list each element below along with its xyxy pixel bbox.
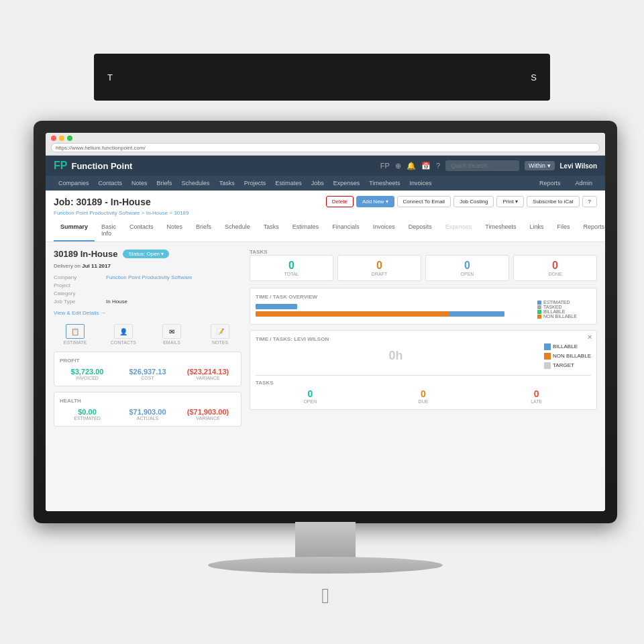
fp-icon[interactable]: FP (380, 162, 390, 170)
legend-billable-label: BILLABLE (543, 309, 565, 314)
tab-basic-info[interactable]: Basic Info (95, 220, 123, 241)
status-badge[interactable]: Status: Open ▾ (123, 250, 169, 258)
apple-logo:  (314, 584, 337, 610)
job-tabs: Summary Basic Info Contacts Notes Briefs… (54, 220, 597, 241)
tab-links[interactable]: Links (523, 220, 550, 241)
help-button[interactable]: ? (582, 196, 597, 207)
view-edit-link[interactable]: View & Edit Details → (54, 310, 241, 316)
tab-notes[interactable]: Notes (160, 220, 190, 241)
levi-legend-billable: BILLABLE (544, 343, 591, 350)
profit-title: PROFIT (60, 358, 235, 364)
nav-estimates[interactable]: Estimates (270, 176, 307, 191)
profit-variance: ($23,214.13) VARIANCE (180, 368, 235, 380)
nav-tasks[interactable]: Tasks (215, 176, 239, 191)
legend-billable-dot (537, 310, 541, 314)
connect-email-button[interactable]: Connect To Email (397, 196, 451, 207)
health-estimated-label: ESTIMATED (60, 416, 115, 421)
fp-logo-icon: FP (54, 160, 67, 172)
tab-estimates[interactable]: Estimates (286, 220, 326, 241)
tasks-title: TASKS (250, 249, 597, 255)
job-type-value: In House (106, 299, 241, 305)
nav-briefs[interactable]: Briefs (152, 176, 177, 191)
print-button[interactable]: Print ▾ (496, 196, 524, 207)
health-variance: ($71,903.00) VARIANCE (180, 408, 235, 421)
health-variance-value: ($71,903.00) (180, 408, 235, 416)
tab-briefs[interactable]: Briefs (189, 220, 218, 241)
tab-schedule[interactable]: Schedule (218, 220, 257, 241)
legend-tasked-dot (537, 305, 541, 309)
breadcrumb: Function Point Productivity Software > I… (54, 210, 597, 216)
nav-timesheets[interactable]: Timesheets (364, 176, 405, 191)
search-input[interactable] (445, 160, 519, 171)
tab-files[interactable]: Files (550, 220, 576, 241)
nav-reports[interactable]: Reports (535, 176, 566, 191)
job-costing-button[interactable]: Job Costing (453, 196, 494, 207)
project-value (106, 282, 241, 288)
minimize-dot[interactable] (59, 136, 64, 141)
company-label: Company (54, 274, 101, 280)
levi-task-open: 0 OPEN (256, 388, 365, 404)
nav-projects[interactable]: Projects (239, 176, 271, 191)
tab-financials[interactable]: Financials (325, 220, 366, 241)
url-bar[interactable]: https://www.helium.functionpoint.com/ (51, 143, 600, 152)
emails-icon[interactable]: ✉ (162, 324, 181, 339)
left-panel: 30189 In-House Status: Open ▾ Delivery o… (54, 249, 241, 511)
health-estimated-value: $0.00 (60, 408, 115, 416)
levi-task-open-count: 0 (256, 388, 365, 399)
health-actuals: $71,903.00 ACTUALS (120, 408, 175, 421)
company-value[interactable]: Function Point Productivity Software (106, 274, 241, 280)
bar-blue (449, 311, 504, 317)
breadcrumb-company[interactable]: Function Point Productivity Software (54, 210, 140, 216)
health-section: HEALTH $0.00 ESTIMATED $71,903.00 ACTUAL… (54, 392, 241, 427)
nav-admin[interactable]: Admin (570, 176, 597, 191)
tab-deposits[interactable]: Deposits (402, 220, 439, 241)
nav-contacts[interactable]: Contacts (94, 176, 127, 191)
tab-timesheets[interactable]: Timesheets (478, 220, 523, 241)
levi-task-open-label: OPEN (256, 399, 365, 404)
breadcrumb-job-id[interactable]: 30189 (174, 210, 189, 216)
tab-tasks[interactable]: Tasks (257, 220, 286, 241)
levi-hours: 0h (256, 349, 536, 363)
nav-invoices[interactable]: Invoices (405, 176, 436, 191)
legend-estimated-label: ESTIMATED (543, 300, 570, 305)
close-dot[interactable] (51, 136, 56, 141)
add-icon[interactable]: ⊕ (395, 162, 401, 170)
breadcrumb-in-house[interactable]: In-House (146, 210, 168, 216)
window-controls (51, 136, 600, 141)
add-new-button[interactable]: Add New ▾ (356, 196, 394, 207)
tab-invoices[interactable]: Invoices (366, 220, 402, 241)
legend-estimated-dot (537, 301, 541, 305)
job-type-label: Job Type (54, 299, 101, 305)
calendar-icon[interactable]: 📅 (421, 162, 431, 170)
info-grid: Company Function Point Productivity Soft… (54, 274, 241, 305)
tab-reports[interactable]: Reports (577, 220, 606, 241)
nav-notes[interactable]: Notes (127, 176, 152, 191)
url-bar-row: https://www.helium.functionpoint.com/ (51, 143, 600, 152)
profit-cost-value: $26,937.13 (120, 368, 175, 376)
levi-tasks-section: TASKS 0 OPEN 0 DUE (256, 375, 591, 404)
time-task-layout: ESTIMATED TASKED BILLABLE (256, 300, 591, 319)
contacts-icon[interactable]: 👤 (114, 324, 133, 339)
bar-estimated (256, 304, 297, 309)
delete-button[interactable]: Delete (326, 196, 354, 207)
levi-close-button[interactable]: ✕ (587, 333, 592, 341)
help-icon[interactable]: ? (436, 162, 440, 170)
emails-icon-card: ✉ EMAILS (150, 324, 193, 345)
maximize-dot[interactable] (67, 136, 72, 141)
nav-jobs[interactable]: Jobs (307, 176, 329, 191)
estimate-icon[interactable]: 📋 (66, 324, 85, 339)
emails-icon-label: EMAILS (150, 340, 193, 345)
nav-expenses[interactable]: Expenses (329, 176, 365, 191)
levi-task-due-count: 0 (369, 388, 478, 399)
subscribe-ical-button[interactable]: Subscribe to iCal (527, 196, 579, 207)
nav-schedules[interactable]: Schedules (177, 176, 215, 191)
notes-icon[interactable]: 📝 (211, 324, 229, 339)
within-dropdown[interactable]: Within ▾ (525, 161, 555, 170)
bar-row-1 (256, 304, 532, 309)
tab-summary[interactable]: Summary (54, 220, 95, 241)
task-total-count: 0 (254, 260, 329, 272)
bell-icon[interactable]: 🔔 (407, 162, 416, 170)
legend-tasked-label: TASKED (543, 305, 562, 309)
nav-companies[interactable]: Companies (54, 176, 94, 191)
tab-contacts[interactable]: Contacts (123, 220, 160, 241)
